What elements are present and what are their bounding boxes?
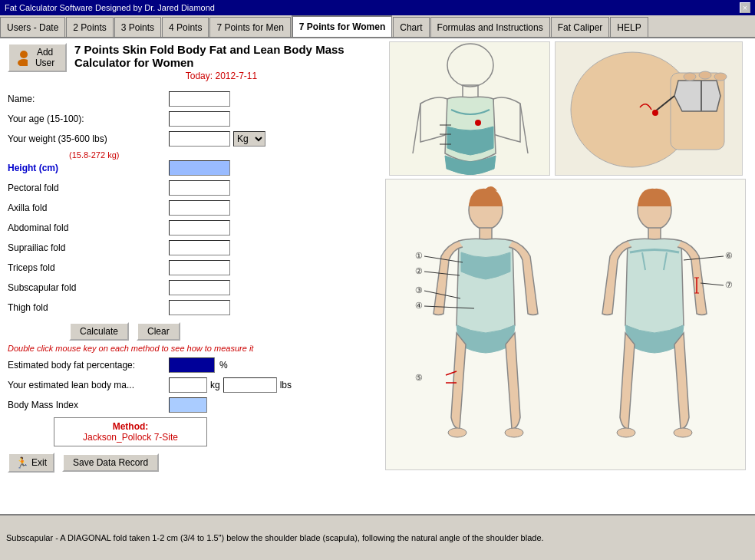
svg-point-19 xyxy=(505,428,523,437)
method-label: Method: xyxy=(64,421,197,432)
tab-4points[interactable]: 4 Points xyxy=(162,17,209,37)
height-label: Height (cm) xyxy=(8,163,169,173)
tab-formulas[interactable]: Formulas and Instructions xyxy=(430,17,550,37)
tab-7points-women[interactable]: 7 Points for Women xyxy=(292,15,392,37)
svg-text:⑦: ⑦ xyxy=(725,280,733,289)
tab-fat-caliper[interactable]: Fat Caliper xyxy=(551,17,610,37)
bf-bar xyxy=(169,357,215,373)
left-panel: Add User 7 Points Skin Fold Body Fat and… xyxy=(0,38,376,514)
svg-point-15 xyxy=(714,73,727,81)
button-row: Calculate Clear xyxy=(69,322,368,341)
title-bar: Fat Calculator Software Designed by Dr. … xyxy=(0,0,755,15)
lbm-lbs-input[interactable] xyxy=(223,377,277,393)
svg-point-12 xyxy=(652,110,658,116)
bf-result-row: Estimated body fat percentage: % xyxy=(8,357,368,373)
lbm-label: Your estimated lean body ma... xyxy=(8,380,169,390)
add-user-button[interactable]: Add User xyxy=(8,43,67,72)
bottom-button-row: 🏃 Exit Save Data Record xyxy=(8,453,368,473)
subscapular-input[interactable] xyxy=(169,280,230,295)
svg-text:⑥: ⑥ xyxy=(725,251,733,260)
height-input[interactable] xyxy=(169,160,230,176)
close-button[interactable]: × xyxy=(740,2,750,13)
svg-text:③: ③ xyxy=(415,285,423,295)
thigh-input[interactable] xyxy=(169,300,230,315)
save-data-button[interactable]: Save Data Record xyxy=(62,453,159,472)
age-row: Your age (15-100): xyxy=(8,110,368,127)
svg-point-36 xyxy=(674,428,692,437)
full-body-diagram: ① ② ③ ④ ⑤ xyxy=(385,179,746,470)
weight-row: Your weight (35-600 lbs) Kg Lbs xyxy=(8,130,368,147)
title-bar-text: Fat Calculator Software Designed by Dr. … xyxy=(5,3,215,12)
subscapular-row: Subscapular fold xyxy=(8,279,368,296)
method-box: Method: Jackson_Pollock 7-Site xyxy=(54,417,207,446)
svg-point-0 xyxy=(20,51,28,58)
add-user-icon xyxy=(15,49,28,66)
height-row: Height (cm) xyxy=(8,160,368,176)
svg-text:②: ② xyxy=(415,266,423,275)
pectoral-row: Pectoral fold xyxy=(8,180,368,196)
tab-chart[interactable]: Chart xyxy=(393,17,429,37)
lbm-result-row: Your estimated lean body ma... kg lbs xyxy=(8,377,368,393)
instruction-text: Double click mouse key on each method to… xyxy=(8,344,368,353)
name-input[interactable] xyxy=(169,91,230,107)
method-value: Jackson_Pollock 7-Site xyxy=(64,432,197,443)
lbm-display: kg lbs xyxy=(169,377,292,393)
caliper-image xyxy=(555,41,743,176)
axilla-row: Axilla fold xyxy=(8,199,368,216)
suprailiac-row: Suprailiac fold xyxy=(8,239,368,256)
subscapular-label: Subscapular fold xyxy=(8,282,169,293)
suprailiac-label: Suprailiac fold xyxy=(8,242,169,253)
triceps-label: Triceps fold xyxy=(8,262,169,273)
exit-button[interactable]: 🏃 Exit xyxy=(8,453,54,473)
tab-2points[interactable]: 2 Points xyxy=(66,17,113,37)
tab-users-date[interactable]: Users - Date xyxy=(0,17,65,37)
triceps-row: Triceps fold xyxy=(8,259,368,276)
torso-front-image xyxy=(389,41,550,176)
triceps-input[interactable] xyxy=(169,260,230,275)
axilla-input[interactable] xyxy=(169,200,230,216)
svg-text:⑤: ⑤ xyxy=(415,373,423,382)
bmi-input[interactable] xyxy=(169,397,207,413)
bf-label: Estimated body fat percentage: xyxy=(8,360,169,371)
date-display: Today: 2012-7-11 xyxy=(74,71,368,81)
abdominal-row: Abdominal fold xyxy=(8,219,368,236)
tab-3points[interactable]: 3 Points xyxy=(114,17,161,37)
thigh-row: Thigh fold xyxy=(8,299,368,316)
pectoral-input[interactable] xyxy=(169,180,230,196)
clear-button[interactable]: Clear xyxy=(137,322,180,341)
name-label: Name: xyxy=(8,94,169,104)
age-input[interactable] xyxy=(169,111,230,127)
calculate-button[interactable]: Calculate xyxy=(69,322,129,341)
svg-point-1 xyxy=(18,59,28,66)
tab-7points-men[interactable]: 7 Points for Men xyxy=(209,17,290,37)
lbm-lbs-unit: lbs xyxy=(280,380,292,390)
bf-unit: % xyxy=(219,360,228,371)
bmi-label: Body Mass Index xyxy=(8,400,169,410)
age-label: Your age (15-100): xyxy=(8,114,169,124)
suprailiac-input[interactable] xyxy=(169,240,230,255)
svg-point-35 xyxy=(617,428,635,437)
abdominal-input[interactable] xyxy=(169,220,230,236)
bf-result-display: % xyxy=(169,357,228,373)
weight-note-row: (15.8-272 kg) xyxy=(8,150,368,160)
svg-text:①: ① xyxy=(415,251,423,260)
status-bar: Subscapular - A DIAGONAL fold taken 1-2 … xyxy=(0,514,755,560)
pectoral-label: Pectoral fold xyxy=(8,183,169,193)
svg-point-14 xyxy=(699,71,711,79)
svg-point-4 xyxy=(475,120,481,126)
axilla-label: Axilla fold xyxy=(8,203,169,213)
page-title: 7 Points Skin Fold Body Fat and Lean Bod… xyxy=(74,43,368,69)
lbm-kg-unit: kg xyxy=(210,380,220,390)
weight-label: Your weight (35-600 lbs) xyxy=(8,133,169,144)
name-row: Name: xyxy=(8,91,368,107)
main-content: Add User 7 Points Skin Fold Body Fat and… xyxy=(0,38,755,514)
weight-note: (15.8-272 kg) xyxy=(69,150,368,160)
svg-point-13 xyxy=(684,73,696,81)
right-panel: ① ② ③ ④ ⑤ xyxy=(376,38,755,514)
svg-line-39 xyxy=(701,283,724,285)
weight-input[interactable] xyxy=(169,131,230,147)
lbm-kg-input[interactable] xyxy=(169,377,207,393)
tab-help[interactable]: HELP xyxy=(610,17,648,37)
unit-select[interactable]: Kg Lbs xyxy=(233,131,265,147)
run-icon: 🏃 xyxy=(15,456,28,469)
